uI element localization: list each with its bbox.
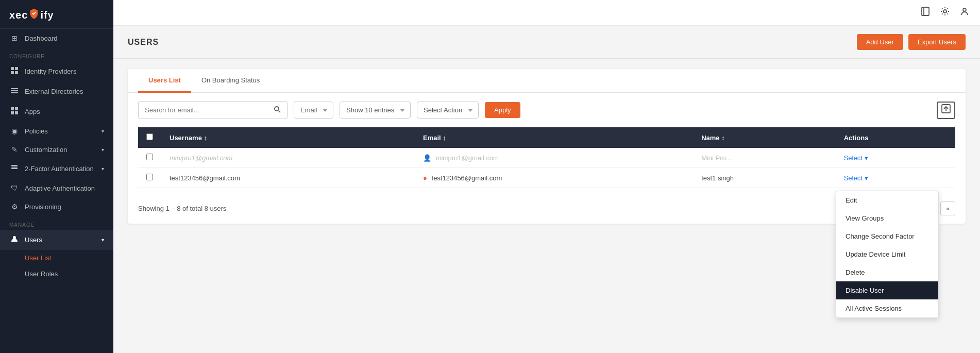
search-input[interactable]: [139, 102, 267, 118]
apps-icon: [9, 107, 20, 116]
select-all-checkbox[interactable]: [146, 133, 153, 140]
row-username: test123456@gmail.com: [161, 168, 415, 188]
dropdown-item-view-groups[interactable]: View Groups: [836, 209, 938, 227]
settings-icon[interactable]: [940, 6, 950, 19]
sidebar-item-external-directories[interactable]: External Directories: [0, 81, 113, 102]
sidebar-item-label: Apps: [25, 108, 40, 115]
row-checkbox[interactable]: [146, 154, 153, 160]
user-profile-icon[interactable]: [959, 6, 970, 19]
chevron-down-icon: ▾: [102, 237, 104, 243]
dropdown-item-delete[interactable]: Delete: [836, 263, 938, 281]
policies-icon: ◉: [9, 127, 20, 135]
sidebar-item-policies[interactable]: ◉ Policies ▾: [0, 122, 113, 140]
chevron-icon: ▾: [865, 174, 868, 182]
row-select-button[interactable]: Select ▾: [844, 174, 868, 182]
row-email: ● test123456@gmail.com: [415, 168, 693, 188]
svg-line-19: [279, 111, 281, 113]
entries-dropdown[interactable]: Show 10 entries Show 25 entries Show 50 …: [340, 102, 411, 119]
page-title: USERS: [128, 38, 159, 47]
sub-item-label: User List: [25, 254, 51, 262]
table-wrapper: Username ↕ Email ↕ Name ↕ Actions: [128, 127, 966, 196]
row-select-button[interactable]: Select ▾: [844, 154, 868, 162]
sidebar-item-label: Dashboard: [25, 35, 58, 42]
chevron-down-icon: ▾: [102, 128, 104, 134]
sidebar-sub-item-user-list[interactable]: User List: [0, 250, 113, 266]
svg-rect-10: [15, 111, 18, 114]
apply-button[interactable]: Apply: [485, 102, 520, 118]
svg-rect-12: [11, 167, 18, 169]
row-name: test1 singh: [693, 168, 836, 188]
svg-rect-4: [11, 88, 18, 89]
row-checkbox-cell: [138, 168, 161, 188]
logo-shield-icon: [28, 8, 40, 19]
tab-label: On Boarding Status: [201, 76, 260, 84]
svg-rect-2: [11, 71, 14, 74]
2fa-icon: [9, 164, 20, 174]
header-buttons: Add User Export Users: [857, 34, 966, 50]
topbar: [113, 0, 980, 26]
sidebar-item-label: Users: [25, 236, 42, 244]
sidebar-item-customization[interactable]: ✎ Customization ▾: [0, 140, 113, 159]
dropdown-item-all-active-sessions[interactable]: All Active Sessions: [836, 299, 938, 317]
table-row: test123456@gmail.com ● test123456@gmail.…: [138, 168, 955, 188]
email-unverified-icon: 👤: [423, 154, 431, 162]
configure-label: Configure: [0, 47, 113, 61]
action-dropdown[interactable]: Select Action Edit Delete: [417, 102, 479, 119]
dropdown-item-change-second-factor[interactable]: Change Second Factor: [836, 227, 938, 245]
svg-point-16: [943, 10, 947, 13]
row-actions: Select ▾: [836, 168, 955, 188]
sidebar-item-dashboard[interactable]: ⊞ Dashboard: [0, 29, 113, 47]
showing-text: Showing 1 – 8 of total 8 users: [138, 205, 226, 212]
svg-rect-6: [11, 92, 18, 93]
email-unverified-icon: ●: [423, 174, 427, 182]
svg-rect-11: [11, 165, 18, 166]
sidebar-item-users[interactable]: Users ▾: [0, 230, 113, 250]
action-dropdown-menu: Edit View Groups Change Second Factor Up…: [836, 191, 939, 318]
adaptive-auth-icon: 🛡: [9, 184, 20, 192]
row-checkbox[interactable]: [146, 174, 153, 180]
table-body: minipro1@gmail.com 👤 minipro1@gmail.com …: [138, 148, 955, 188]
sidebar-item-adaptive-auth[interactable]: 🛡 Adaptive Authentication: [0, 179, 113, 197]
dashboard-icon: ⊞: [9, 34, 20, 42]
users-table: Username ↕ Email ↕ Name ↕ Actions: [138, 127, 955, 188]
sidebar-item-apps[interactable]: Apps: [0, 102, 113, 122]
row-actions: Select ▾: [836, 148, 955, 168]
sidebar-sub-item-user-roles[interactable]: User Roles: [0, 266, 113, 282]
dropdown-item-update-device-limit[interactable]: Update Device Limit: [836, 245, 938, 263]
name-col-header[interactable]: Name ↕: [693, 127, 836, 148]
username-col-header[interactable]: Username ↕: [161, 127, 415, 148]
export-icon[interactable]: [937, 102, 955, 119]
chevron-down-icon: ▾: [102, 147, 104, 153]
row-username: minipro1@gmail.com: [161, 148, 415, 168]
sidebar-item-2fa[interactable]: 2-Factor Authentication ▾: [0, 159, 113, 179]
book-icon[interactable]: [920, 6, 931, 19]
next-page-button[interactable]: »: [940, 201, 955, 215]
row-email: 👤 minipro1@gmail.com: [415, 148, 693, 168]
identity-providers-icon: [9, 66, 20, 76]
add-user-button[interactable]: Add User: [857, 34, 903, 50]
dropdown-item-edit[interactable]: Edit: [836, 191, 938, 209]
tab-users-list[interactable]: Users List: [138, 69, 191, 93]
sidebar-item-identity-providers[interactable]: Identity Providers: [0, 61, 113, 81]
logo-area: xecify: [0, 0, 113, 29]
export-users-button[interactable]: Export Users: [908, 34, 966, 50]
sidebar-item-label: External Directories: [25, 88, 83, 95]
svg-rect-7: [11, 107, 14, 110]
search-button[interactable]: [267, 102, 287, 119]
dropdown-item-disable-user[interactable]: Disable User: [836, 281, 938, 299]
sidebar-item-provisioning[interactable]: ⚙ Provisioning: [0, 197, 113, 216]
customization-icon: ✎: [9, 145, 20, 154]
email-col-header[interactable]: Email ↕: [415, 127, 693, 148]
sidebar-item-label: Adaptive Authentication: [25, 184, 95, 192]
sidebar-item-label: 2-Factor Authentication: [25, 165, 94, 173]
svg-point-18: [275, 107, 279, 111]
tab-onboarding-status[interactable]: On Boarding Status: [191, 69, 270, 93]
chevron-down-icon: ▾: [102, 166, 104, 172]
search-wrapper: [138, 101, 288, 119]
svg-rect-14: [922, 7, 929, 15]
tab-label: Users List: [148, 76, 181, 84]
row-checkbox-cell: [138, 148, 161, 168]
email-filter-dropdown[interactable]: Email: [294, 102, 333, 119]
toolbar: Email Show 10 entries Show 25 entries Sh…: [128, 93, 966, 127]
table-row: minipro1@gmail.com 👤 minipro1@gmail.com …: [138, 148, 955, 168]
